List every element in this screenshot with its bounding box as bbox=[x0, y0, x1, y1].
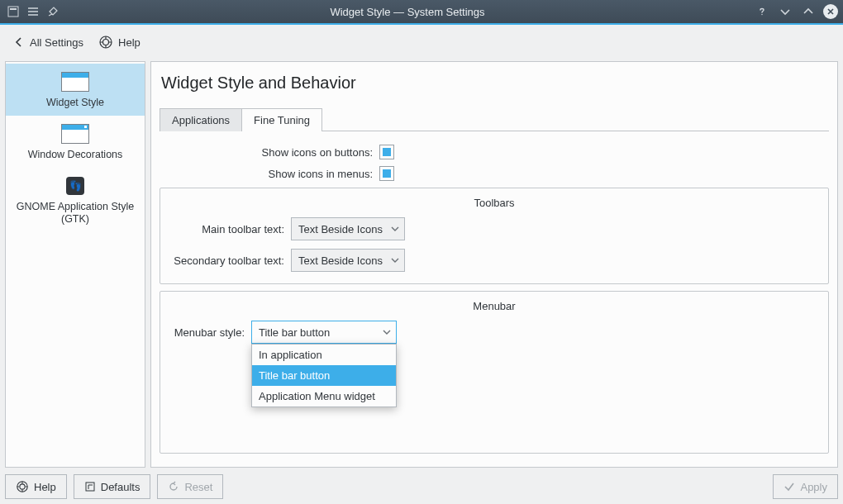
window-decorations-icon bbox=[59, 122, 92, 145]
show-icons-menus-label: Show icons in menus: bbox=[160, 168, 373, 180]
group-menubar: Menubar Menubar style: Title bar button … bbox=[160, 291, 829, 454]
reset-button[interactable]: Reset bbox=[157, 474, 223, 499]
svg-rect-6 bbox=[86, 483, 94, 491]
apply-button[interactable]: Apply bbox=[773, 474, 838, 499]
dropdown-option[interactable]: Application Menu widget bbox=[252, 386, 396, 407]
tab-panel-fine-tuning: Show icons on buttons: Show icons in men… bbox=[160, 138, 829, 460]
svg-point-3 bbox=[103, 40, 109, 45]
maximize-icon[interactable] bbox=[800, 3, 817, 20]
dropdown-option[interactable]: Title bar button bbox=[252, 365, 396, 386]
all-settings-label: All Settings bbox=[30, 36, 83, 49]
sidebar-item-label: Widget Style bbox=[46, 97, 104, 109]
combo-value: Title bar button bbox=[259, 326, 374, 339]
secondary-toolbar-text-label: Secondary toolbar text: bbox=[169, 254, 284, 267]
top-toolbar: All Settings Help bbox=[5, 30, 838, 58]
help-icon bbox=[16, 480, 29, 493]
combo-value: Text Beside Icons bbox=[298, 254, 383, 267]
sidebar-item-label: Window Decorations bbox=[28, 149, 123, 161]
spacer bbox=[230, 474, 766, 499]
chevron-left-icon bbox=[13, 36, 25, 48]
dropdown-option[interactable]: In application bbox=[252, 345, 396, 365]
defaults-button[interactable]: Defaults bbox=[74, 474, 151, 499]
reset-button-label: Reset bbox=[184, 481, 212, 493]
defaults-icon bbox=[84, 481, 96, 492]
sidebar-item-widget-style[interactable]: Widget Style bbox=[6, 64, 145, 116]
sidebar-item-window-decorations[interactable]: Window Decorations bbox=[6, 116, 145, 168]
group-toolbars-title: Toolbars bbox=[169, 197, 820, 209]
menubar-style-dropdown: In application Title bar button Applicat… bbox=[251, 344, 397, 407]
all-settings-button[interactable]: All Settings bbox=[10, 35, 87, 50]
main-toolbar-text-combo[interactable]: Text Beside Icons bbox=[291, 217, 405, 240]
close-icon[interactable] bbox=[823, 4, 838, 19]
help-icon bbox=[98, 35, 113, 50]
row-show-icons-menus: Show icons in menus: bbox=[160, 166, 829, 181]
tabstrip: Applications Fine Tuning bbox=[160, 107, 829, 131]
help-titlebar-icon[interactable] bbox=[754, 3, 770, 20]
titlebar: Widget Style — System Settings bbox=[0, 0, 843, 25]
widget-style-icon bbox=[59, 70, 92, 93]
tab-applications[interactable]: Applications bbox=[160, 108, 242, 131]
menubar-style-combo[interactable]: Title bar button In application Title ba… bbox=[251, 321, 397, 344]
group-menubar-title: Menubar bbox=[169, 300, 820, 312]
sidebar-item-label: GNOME Application Style (GTK) bbox=[11, 201, 140, 226]
row-show-icons-buttons: Show icons on buttons: bbox=[160, 145, 829, 159]
show-icons-buttons-checkbox[interactable] bbox=[379, 145, 394, 159]
apply-button-label: Apply bbox=[800, 481, 827, 493]
main-toolbar-text-label: Main toolbar text: bbox=[169, 223, 284, 235]
menubar-style-label: Menubar style: bbox=[169, 326, 245, 339]
content: Widget Style and Behavior Applications F… bbox=[150, 61, 838, 468]
pin-icon[interactable] bbox=[45, 3, 61, 20]
show-icons-buttons-label: Show icons on buttons: bbox=[160, 146, 373, 159]
chevron-down-icon bbox=[391, 256, 399, 264]
minimize-icon[interactable] bbox=[777, 3, 793, 20]
svg-rect-1 bbox=[10, 8, 17, 10]
titlebar-left-controls bbox=[5, 3, 61, 20]
main-area: Widget Style Window Decorations 👣 GNOME … bbox=[5, 61, 838, 468]
help-button-label: Help bbox=[34, 481, 56, 493]
svg-rect-0 bbox=[8, 7, 18, 17]
chevron-down-icon bbox=[383, 328, 391, 336]
sidebar-item-gnome-gtk[interactable]: 👣 GNOME Application Style (GTK) bbox=[6, 168, 145, 232]
sidebar: Widget Style Window Decorations 👣 GNOME … bbox=[5, 61, 145, 468]
svg-point-5 bbox=[20, 484, 25, 489]
help-toolbar-button[interactable]: Help bbox=[95, 33, 144, 51]
show-icons-menus-checkbox[interactable] bbox=[379, 166, 394, 181]
row-secondary-toolbar-text: Secondary toolbar text: Text Beside Icon… bbox=[169, 249, 820, 272]
check-icon bbox=[783, 481, 795, 492]
reset-icon bbox=[168, 481, 179, 492]
hamburger-icon[interactable] bbox=[25, 3, 41, 20]
combo-value: Text Beside Icons bbox=[298, 223, 383, 235]
defaults-button-label: Defaults bbox=[101, 481, 140, 493]
page-title: Widget Style and Behavior bbox=[160, 69, 829, 101]
row-menubar-style: Menubar style: Title bar button In appli… bbox=[169, 321, 820, 344]
secondary-toolbar-text-combo[interactable]: Text Beside Icons bbox=[291, 249, 405, 272]
gtk-icon: 👣 bbox=[59, 174, 92, 197]
help-button[interactable]: Help bbox=[5, 474, 67, 499]
bottom-bar: Help Defaults Reset Apply bbox=[5, 471, 838, 499]
chevron-down-icon bbox=[391, 225, 399, 233]
row-main-toolbar-text: Main toolbar text: Text Beside Icons bbox=[169, 217, 820, 240]
window-body: All Settings Help Widget Style Window De… bbox=[0, 25, 843, 504]
app-menu-icon[interactable] bbox=[5, 3, 21, 20]
titlebar-right-controls bbox=[754, 3, 838, 20]
window-title: Widget Style — System Settings bbox=[61, 6, 754, 18]
tab-fine-tuning[interactable]: Fine Tuning bbox=[241, 108, 322, 131]
help-toolbar-label: Help bbox=[118, 36, 140, 49]
group-toolbars: Toolbars Main toolbar text: Text Beside … bbox=[160, 188, 829, 284]
